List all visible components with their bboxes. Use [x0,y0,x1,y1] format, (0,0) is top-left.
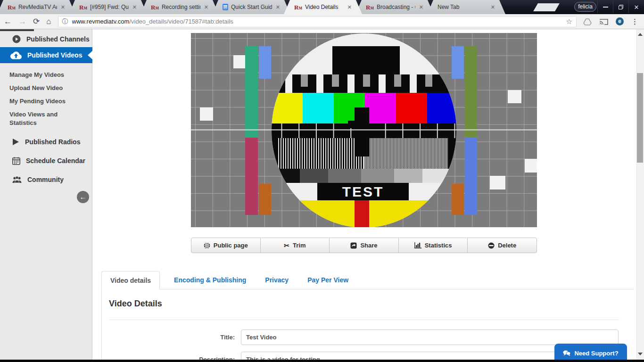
play-triangle-icon [12,138,19,146]
page-info-icon[interactable]: ⓘ [62,17,68,26]
revmediatv-favicon-icon: RM [8,4,16,10]
scrollbar-thumb[interactable] [637,73,643,163]
e-extension-icon[interactable]: e [616,17,624,25]
browser-window: RM RevMediaTV Admin ✕ RM [#959] Fwd: Qui… [0,0,644,362]
close-window-button[interactable]: ✕ [628,1,644,13]
sidebar-item-published-radios[interactable]: Published Radios [0,136,92,148]
url-text: www.revmediatv.com/video_details/video/7… [72,18,562,25]
share-button[interactable]: Share [329,238,399,253]
video-test-card[interactable]: TEST [191,33,537,227]
tab-recording-settings[interactable]: RM Recording settings | ✕ [140,0,219,14]
tab-title: Broadcasting - Crea [377,4,415,10]
profile-button[interactable]: felicia [574,2,596,12]
detail-tab-bar: Video details Encoding & Publishing Priv… [101,271,634,289]
tab-revmediatv-admin[interactable]: RM RevMediaTV Admin ✕ [0,0,75,14]
tab-strip: RM RevMediaTV Admin ✕ RM [#959] Fwd: Qui… [0,0,644,14]
tab-title: Video Details [305,4,344,10]
sidebar-subitem-my-pending-videos[interactable]: My Pending Videos [9,97,85,106]
sidebar-subitem-manage-my-videos[interactable]: Manage My Videos [9,71,85,79]
globe-icon [204,242,210,249]
sidebar-subitem-upload-new-video[interactable]: Upload New Video [9,84,85,92]
public-page-button[interactable]: Public page [191,238,261,253]
drive-extension-icon[interactable] [583,18,592,25]
bar-chart-icon [414,242,421,248]
tab-broadcasting[interactable]: RM Broadcasting - Crea ✕ [355,0,434,14]
browser-toolbar: ← → ⟳ ⌂ ⓘ www.revmediatv.com/video_detai… [0,14,644,29]
delete-button[interactable]: Delete [467,238,537,253]
tab-encoding-publishing[interactable]: Encoding & Publishing [166,271,254,289]
tab-privacy[interactable]: Privacy [257,271,296,289]
tab-pay-per-view[interactable]: Pay Per View [300,271,356,289]
description-label: Description: [140,356,235,360]
chat-bubbles-icon [563,350,570,356]
cast-icon[interactable] [599,18,608,25]
menu-dots-icon[interactable]: ⋮ [631,17,638,26]
sidebar-item-published-channels[interactable]: Published Channels [0,32,92,46]
document-favicon-icon [223,4,228,10]
tab-title: RevMediaTV Admin [18,4,57,10]
sidebar-item-schedule-calendar[interactable]: Schedule Calendar [0,155,92,167]
support-button-label: Need Support? [574,350,618,357]
need-support-button[interactable]: Need Support? [554,344,627,360]
tab-close-icon[interactable]: ✕ [490,4,496,10]
sidebar-item-label: Published Channels [26,35,90,43]
sidebar-collapse-button[interactable]: ← [77,191,89,203]
restore-button[interactable] [613,1,628,13]
new-tab-button[interactable] [533,3,560,11]
title-label: Title: [140,334,235,341]
video-action-buttons: Public page ✂ Trim Share Statistics Dele… [191,238,537,253]
sidebar-subitem-video-views-statistics[interactable]: Video Views and Statistics [9,110,66,127]
revmediatv-favicon-icon: RM [151,4,159,10]
sidebar-item-label: Schedule Calendar [26,157,85,165]
sidebar-item-published-videos[interactable]: Published Videos [0,47,92,63]
revmediatv-favicon-icon: RM [79,4,87,10]
tab-close-icon[interactable]: ✕ [132,4,138,10]
panel-heading: Video Details [109,299,162,309]
tab-close-icon[interactable]: ✕ [60,4,66,10]
home-icon[interactable]: ⌂ [46,17,51,25]
sidebar: Published Channels Published Videos Mana… [0,29,92,362]
tab-close-icon[interactable]: ✕ [418,4,424,10]
scroll-down-icon[interactable] [638,353,643,355]
forward-icon[interactable]: → [18,17,26,25]
page-scrollbar[interactable] [636,29,644,360]
address-bar[interactable]: ⓘ www.revmediatv.com/video_details/video… [58,16,577,27]
back-icon[interactable]: ← [4,17,12,25]
statistics-button[interactable]: Statistics [398,238,468,253]
button-label: Trim [293,242,305,249]
scissors-icon: ✂ [284,242,289,249]
main-content: TEST Public page ✂ Trim Share Statistics [92,29,636,360]
sidebar-item-label: Community [27,176,64,183]
sidebar-item-label: Published Radios [25,138,80,146]
revmediatv-favicon-icon: RM [366,4,374,10]
users-icon [12,176,22,183]
button-label: Share [360,242,377,249]
test-card-text: TEST [342,184,384,199]
tab-title: Recording settings | [162,4,200,10]
revmediatv-favicon-icon: RM [294,4,302,10]
tab-959-fwd-quick[interactable]: RM [#959] Fwd: Quick S ✕ [69,0,147,14]
tab-close-icon[interactable]: ✕ [275,4,281,10]
tab-video-details-active[interactable]: Video details [101,271,160,289]
bottom-screen-edge [0,360,644,362]
tab-title: [#959] Fwd: Quick S [90,4,129,10]
sidebar-item-community[interactable]: Community [0,173,92,186]
tab-close-icon[interactable]: ✕ [347,4,353,10]
share-icon [350,242,357,249]
tab-new-tab[interactable]: New Tab ✕ [427,0,505,14]
trim-button[interactable]: ✂ Trim [260,238,330,253]
reload-icon[interactable]: ⟳ [33,17,40,25]
divider [109,320,619,320]
button-label: Statistics [425,242,452,249]
tab-close-icon[interactable]: ✕ [203,4,209,10]
tab-video-details[interactable]: RM Video Details ✕ [284,0,362,14]
minimize-button[interactable] [597,1,613,13]
title-input[interactable] [241,329,619,345]
bookmark-star-icon[interactable]: ☆ [566,17,572,26]
active-item-notch [88,51,92,59]
minus-circle-icon [488,242,495,249]
tab-quick-start-guide[interactable]: Quick Start Guide N ✕ [212,0,290,14]
scroll-up-icon[interactable] [638,33,643,36]
sidebar-cutoff-fragment [0,29,34,31]
tab-title: Quick Start Guide N [231,4,272,10]
